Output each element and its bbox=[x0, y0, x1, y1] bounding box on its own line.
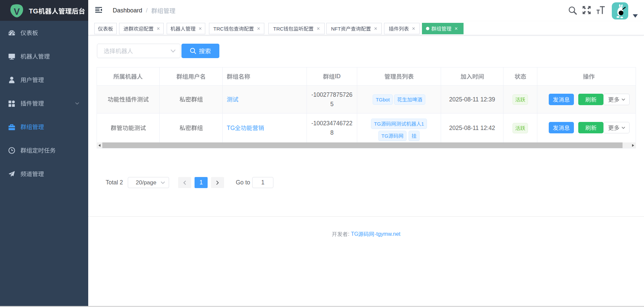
svg-text:V: V bbox=[14, 7, 20, 17]
